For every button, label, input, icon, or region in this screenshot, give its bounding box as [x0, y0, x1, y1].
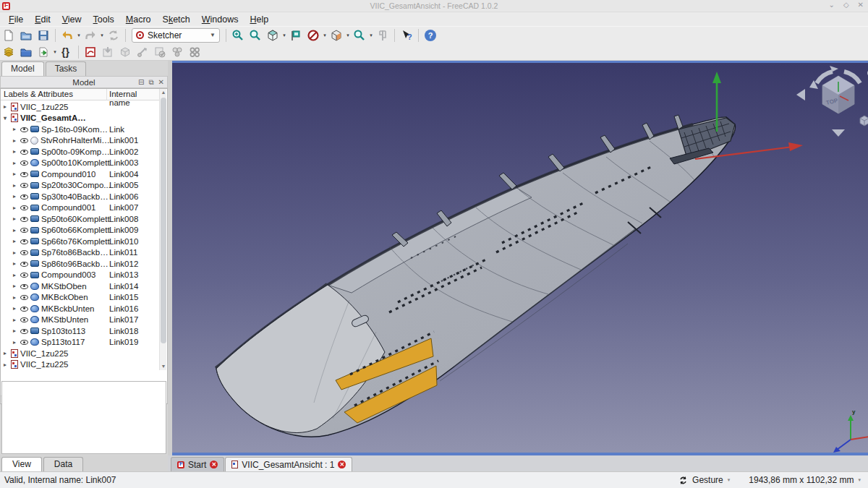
tree-expand-arrow[interactable]: ▸: [4, 361, 11, 368]
tree-expand-arrow[interactable]: ▸: [13, 328, 20, 334]
create-group-button[interactable]: [17, 44, 35, 60]
zoom-tools-button[interactable]: [351, 27, 368, 43]
mdi-tab-document[interactable]: VIIC_GesamtAnsicht : 1 ✕: [225, 457, 352, 471]
close-panel-icon[interactable]: ✕: [158, 78, 164, 87]
chevron-down-icon[interactable]: ▾: [858, 477, 861, 483]
menu-file[interactable]: File: [3, 14, 29, 25]
tree-row[interactable]: ▸Sp60to66KomplettLink009: [1, 225, 160, 236]
mdi-tab-start[interactable]: Start ✕: [171, 457, 224, 471]
menu-edit[interactable]: Edit: [29, 14, 56, 25]
scrollbar-thumb[interactable]: [161, 98, 166, 343]
tree-row[interactable]: ▸Compound010Link004: [1, 168, 160, 180]
menu-help[interactable]: Help: [244, 14, 275, 25]
measure-button[interactable]: [374, 27, 391, 43]
viewport-canvas[interactable]: TOP y x: [172, 63, 868, 453]
fit-selection-button[interactable]: [287, 27, 305, 43]
tree-expand-arrow[interactable]: ▸: [13, 148, 20, 155]
tree-row[interactable]: ▸Sp00to10KomplettLink003: [1, 158, 160, 169]
tree-expand-arrow[interactable]: ▸: [13, 171, 20, 177]
minimize-icon[interactable]: ⌄: [829, 1, 835, 9]
tree-expand-arrow[interactable]: ▸: [4, 103, 11, 110]
new-file-button[interactable]: [0, 27, 17, 43]
zoom-fit-all-button[interactable]: [229, 27, 247, 43]
nav-style-selector[interactable]: Gesture: [692, 475, 723, 485]
maximize-icon[interactable]: ◇: [843, 1, 849, 9]
save-button[interactable]: [35, 27, 52, 43]
create-part-button[interactable]: [0, 44, 17, 60]
tree-vertical-scrollbar[interactable]: ▲ ▼: [159, 89, 166, 370]
tree-row[interactable]: ▸MKStbObenLink014: [1, 281, 160, 292]
tab-model[interactable]: Model: [1, 61, 44, 76]
map-sketch-button[interactable]: [116, 44, 134, 60]
tree-row[interactable]: ▸Sp103to113Link018: [1, 325, 160, 337]
tree-row[interactable]: ▸StvRohrHalterMit...Link001: [1, 135, 160, 147]
tab-data[interactable]: Data: [43, 457, 83, 471]
tree-row[interactable]: ▸MKBckbUntenLink016: [1, 303, 160, 314]
validate-sketch-button[interactable]: [151, 44, 169, 60]
texture-dropdown-icon[interactable]: ▾: [345, 27, 351, 43]
close-tab-icon[interactable]: ✕: [210, 461, 218, 468]
menu-windows[interactable]: Windows: [196, 14, 244, 25]
close-icon[interactable]: ✕: [858, 1, 864, 9]
tree-row[interactable]: ▸MKStbUntenLink017: [1, 314, 160, 326]
help-button[interactable]: ?: [422, 27, 439, 43]
axonometric-view-button[interactable]: [264, 27, 281, 43]
undo-button[interactable]: [59, 27, 76, 43]
tree-row[interactable]: ▸Sp50to60KomplettLink008: [1, 213, 160, 225]
tree-expand-arrow[interactable]: ▸: [13, 205, 20, 211]
tree-expand-arrow[interactable]: ▸: [13, 137, 20, 144]
tree-row[interactable]: ▸VIIC_1zu225: [1, 359, 160, 371]
redo-button[interactable]: [82, 27, 99, 43]
link-make-button[interactable]: [35, 44, 52, 60]
tree-row[interactable]: ▸Sp30to40BackbordLink006: [1, 191, 160, 202]
tree-expand-arrow[interactable]: ▸: [13, 283, 20, 289]
draw-style-dropdown-icon[interactable]: ▾: [322, 27, 328, 43]
tree-row[interactable]: ▸Sp113to117Link019: [1, 337, 160, 348]
link-dropdown-icon[interactable]: ▾: [52, 44, 58, 60]
menu-view[interactable]: View: [56, 14, 88, 25]
open-file-button[interactable]: [17, 27, 35, 43]
tree-expand-arrow[interactable]: ▸: [13, 260, 20, 267]
create-sketch-button[interactable]: [82, 44, 99, 60]
expression-button[interactable]: {}: [58, 44, 75, 60]
tab-view[interactable]: View: [1, 457, 42, 471]
draw-style-button[interactable]: [305, 27, 322, 43]
redo-dropdown-icon[interactable]: ▾: [99, 27, 105, 43]
tree-row[interactable]: ▸Compound001Link007: [1, 202, 160, 214]
scroll-up-icon[interactable]: ▲: [160, 89, 167, 96]
tree-row[interactable]: ▸Sp66to76KomplettLink010: [1, 236, 160, 247]
tree-expand-arrow[interactable]: ▸: [13, 238, 20, 244]
tree-expand-arrow[interactable]: ▸: [13, 227, 20, 234]
tree-row[interactable]: ▸Sp-16to-09Kompl...Link: [1, 124, 160, 135]
tree-expand-arrow[interactable]: ▸: [4, 350, 11, 356]
sketch-group-button[interactable]: [186, 44, 203, 60]
chevron-down-icon[interactable]: ▾: [728, 477, 731, 483]
tree-expand-arrow[interactable]: ▸: [13, 339, 20, 346]
tree-expand-arrow[interactable]: ▸: [13, 272, 20, 278]
tree-expand-arrow[interactable]: ▸: [13, 317, 20, 323]
nav-mini-cube[interactable]: [860, 116, 868, 126]
tree-row[interactable]: ▸VIIC_1zu225: [1, 101, 160, 113]
dimension-readout[interactable]: 1943,86 mm x 1102,32 mm: [749, 475, 854, 485]
merge-sketches-button[interactable]: [169, 44, 186, 60]
tab-tasks[interactable]: Tasks: [46, 61, 87, 76]
tree-row[interactable]: ▾VIIC_GesamtAnsicht: [1, 113, 160, 124]
scroll-down-icon[interactable]: ▼: [160, 363, 167, 370]
menu-tools[interactable]: Tools: [88, 14, 120, 25]
tree-expand-arrow[interactable]: ▸: [13, 305, 20, 312]
float-panel-icon[interactable]: ⊟: [138, 78, 144, 87]
view-dropdown-icon[interactable]: ▾: [281, 27, 287, 43]
undo-dropdown-icon[interactable]: ▾: [76, 27, 82, 43]
3d-viewport[interactable]: TOP y x: [172, 61, 868, 455]
tree-expand-arrow[interactable]: ▸: [13, 160, 20, 166]
reorient-sketch-button[interactable]: [134, 44, 151, 60]
menu-sketch[interactable]: Sketch: [157, 14, 196, 25]
close-tab-icon[interactable]: ✕: [338, 461, 346, 468]
tree-row[interactable]: ▸VIIC_1zu225: [1, 348, 160, 359]
property-editor-panel[interactable]: [1, 381, 166, 454]
tree-expand-arrow[interactable]: ▸: [13, 126, 20, 132]
tree-row[interactable]: ▸Compound003Link013: [1, 270, 160, 281]
texture-view-button[interactable]: [328, 27, 345, 43]
undock-panel-icon[interactable]: ⧉: [148, 78, 153, 87]
whats-this-button[interactable]: ?: [398, 27, 415, 43]
